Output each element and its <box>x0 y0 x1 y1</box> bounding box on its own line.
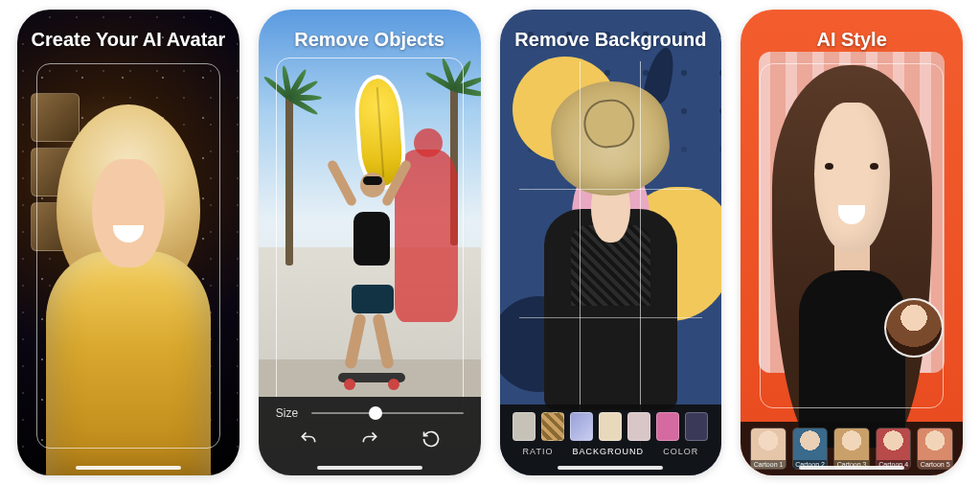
home-indicator <box>558 466 663 470</box>
card-title: AI Style <box>741 29 963 51</box>
bg-swatch[interactable] <box>513 412 536 441</box>
card-ai-style: AI Style Cartoon 1 Cartoon 2 Cartoon 3 C… <box>741 10 963 475</box>
original-photo-inset[interactable] <box>884 298 944 358</box>
subject-hat <box>546 76 674 201</box>
tab-color[interactable]: COLOR <box>663 447 698 456</box>
card-title: Remove Background <box>500 29 722 51</box>
style-option[interactable]: Cartoon 2 <box>792 427 829 470</box>
ai-avatar-figure <box>17 75 239 475</box>
styled-eyes <box>825 163 878 170</box>
avatar-gold-suit <box>46 251 211 475</box>
styled-face <box>814 103 890 252</box>
palm-tree <box>285 93 293 266</box>
slider-label: Size <box>276 406 298 420</box>
bg-swatch[interactable] <box>599 412 622 441</box>
subject-cutout <box>513 75 708 410</box>
bg-swatch[interactable] <box>541 412 564 441</box>
card-ai-avatar: Create Your AI Avatar <box>17 10 239 475</box>
home-indicator <box>76 466 181 470</box>
bg-tabs: RATIO BACKGROUND COLOR <box>513 447 709 456</box>
reset-icon[interactable] <box>422 429 441 452</box>
bg-swatch[interactable] <box>656 412 679 441</box>
slider-knob[interactable] <box>369 406 382 420</box>
undo-icon[interactable] <box>299 429 318 452</box>
skateboard <box>338 373 405 382</box>
background-toolbar: RATIO BACKGROUND COLOR <box>500 404 722 475</box>
style-option[interactable]: Cartoon 4 <box>876 427 912 470</box>
card-title: Create Your AI Avatar <box>17 29 239 51</box>
tab-ratio[interactable]: RATIO <box>523 447 554 456</box>
bg-swatch[interactable] <box>570 412 593 441</box>
tab-background[interactable]: BACKGROUND <box>573 447 645 456</box>
redo-icon[interactable] <box>360 429 379 452</box>
brush-controls: Size <box>259 397 481 475</box>
home-indicator <box>799 466 904 470</box>
style-option[interactable]: Cartoon 5 <box>917 427 953 470</box>
bg-swatch[interactable] <box>627 412 650 441</box>
screenshot-gallery: Create Your AI Avatar <box>0 0 980 485</box>
avatar-face <box>92 159 164 268</box>
brush-size-slider[interactable] <box>311 412 463 414</box>
style-option[interactable]: Cartoon 1 <box>750 427 786 470</box>
home-indicator <box>317 466 422 470</box>
card-title: Remove Objects <box>259 29 481 51</box>
card-remove-objects: Remove Objects Size <box>259 10 481 475</box>
style-option[interactable]: Cartoon 3 <box>833 427 870 470</box>
bg-swatch[interactable] <box>685 412 708 441</box>
card-remove-background: Remove Background RATIO BACKGROUND COLOR <box>500 10 722 475</box>
background-swatches <box>513 412 709 441</box>
